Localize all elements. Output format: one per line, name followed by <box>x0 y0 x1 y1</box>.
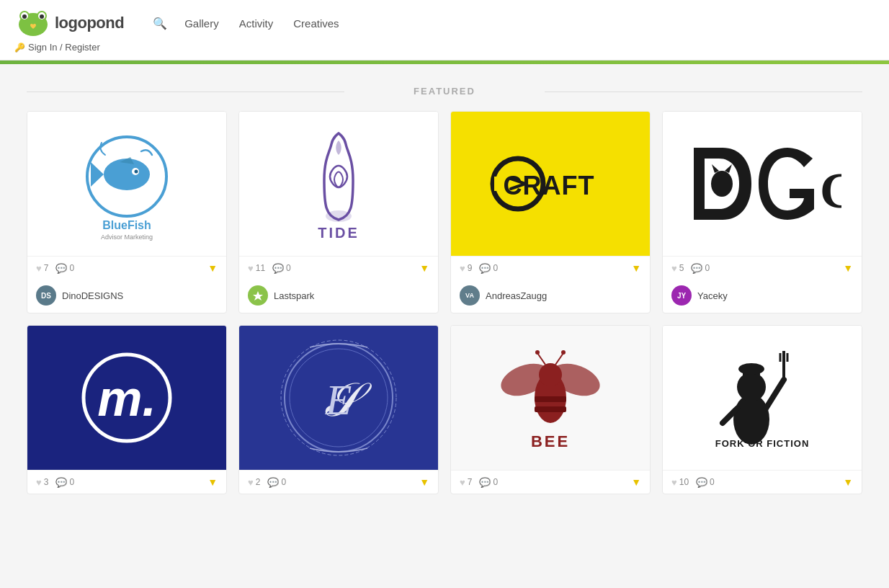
logo-card-m[interactable]: m. ♥ 3 💬 0 ▼ <box>27 325 227 494</box>
bookmark-icon[interactable]: ▼ <box>419 476 429 488</box>
lastspark-icon <box>252 290 264 301</box>
logo-card-craft[interactable]: CRAFT ♥ 9 💬 0 ▼ VA AndreasZa <box>450 111 651 313</box>
svg-point-35 <box>535 350 540 355</box>
nav-activity[interactable]: Activity <box>229 13 284 34</box>
stats-dcg: ♥ 5 💬 0 <box>671 263 710 274</box>
heart-icon: ♥ <box>36 477 42 488</box>
stats-fof: ♥ 10 💬 0 <box>671 477 715 488</box>
heart-icon: ♥ <box>248 263 254 274</box>
svg-point-5 <box>22 14 27 19</box>
nav-gallery[interactable]: Gallery <box>174 13 229 34</box>
card-footer-dcg: ♥ 5 💬 0 ▼ <box>663 256 862 280</box>
svg-text:E: E <box>325 376 352 424</box>
stats-tide: ♥ 11 💬 0 <box>248 263 291 274</box>
logo-card-fof[interactable]: FORK OR FICTION ♥ 10 💬 0 ▼ <box>662 325 862 494</box>
comments-fof: 💬 0 <box>696 477 715 488</box>
author-dcg: JY Yaceky <box>663 280 862 313</box>
bookmark-icon[interactable]: ▼ <box>631 262 641 274</box>
svg-line-36 <box>555 353 563 365</box>
main-nav: 🔍 Gallery Activity Creatives <box>146 12 349 35</box>
bluefish-svg: BlueFish Advisor Marketing <box>62 122 192 245</box>
svg-text:Advisor Marketing: Advisor Marketing <box>101 233 153 241</box>
search-button[interactable]: 🔍 <box>146 12 174 35</box>
card-footer-bee: ♥ 7 💬 0 ▼ <box>451 470 650 494</box>
author-name-tide: Lastspark <box>274 290 314 301</box>
comment-icon: 💬 <box>691 263 702 274</box>
bookmark-icon[interactable]: ▼ <box>207 476 218 488</box>
author-name-craft: AndreasZaugg <box>486 290 547 301</box>
search-icon: 🔍 <box>153 17 167 30</box>
logo-card-bee[interactable]: BEE ♥ 7 💬 0 ▼ <box>450 325 651 494</box>
avatar-bluefish: DS <box>36 285 56 306</box>
author-name-bluefish: DinoDESIGNS <box>62 290 123 301</box>
card-footer-fof: ♥ 10 💬 0 ▼ <box>663 470 862 494</box>
author-bluefish: DS DinoDESIGNS <box>27 280 226 313</box>
logo-text: logopond <box>55 14 124 32</box>
comments-tide: 💬 0 <box>272 263 291 274</box>
card-footer-bluefish: ♥ 7 💬 0 ▼ <box>27 256 226 280</box>
comments-bee: 💬 0 <box>479 477 498 488</box>
card-footer-e: ♥ 2 💬 0 ▼ <box>239 470 438 494</box>
e-svg: 𝒮 E <box>267 329 411 466</box>
svg-point-33 <box>539 363 562 386</box>
card-footer-m: ♥ 3 💬 0 ▼ <box>27 470 226 494</box>
svg-text:BEE: BEE <box>531 432 570 450</box>
bee-svg: BEE <box>478 333 622 463</box>
avatar-craft: VA <box>460 285 480 306</box>
svg-point-8 <box>104 159 150 190</box>
main-content: FEATURED <box>12 64 877 516</box>
svg-text:FORK OR FICTION: FORK OR FICTION <box>715 438 810 449</box>
logo-image-dcg: G <box>663 112 862 256</box>
logo-card-bluefish[interactable]: BlueFish Advisor Marketing ♥ 7 💬 0 ▼ <box>27 111 227 313</box>
heart-icon: ♥ <box>36 263 42 274</box>
site-logo[interactable]: logopond <box>14 9 124 37</box>
comment-icon: 💬 <box>55 477 67 488</box>
site-header: logopond 🔍 Gallery Activity Creatives Si… <box>0 0 889 61</box>
section-title: FEATURED <box>27 86 862 97</box>
tide-svg: TIDE <box>295 122 382 245</box>
comments-m: 💬 0 <box>55 477 74 488</box>
comments-bluefish: 💬 0 <box>55 263 74 274</box>
heart-icon: ♥ <box>671 263 677 274</box>
likes-bluefish: ♥ 7 <box>36 263 48 274</box>
heart-icon: ♥ <box>248 477 254 488</box>
svg-point-13 <box>326 210 352 222</box>
author-name-dcg: Yaceky <box>697 290 728 301</box>
bookmark-icon[interactable]: ▼ <box>843 262 853 274</box>
svg-rect-31 <box>535 396 566 402</box>
logo-grid: BlueFish Advisor Marketing ♥ 7 💬 0 ▼ <box>27 111 862 494</box>
signin-link[interactable]: Sign In / Register <box>14 42 100 53</box>
bookmark-icon[interactable]: ▼ <box>419 262 429 274</box>
svg-rect-32 <box>535 406 566 412</box>
likes-tide: ♥ 11 <box>248 263 265 274</box>
author-craft: VA AndreasZaugg <box>451 280 650 313</box>
heart-icon: ♥ <box>460 477 465 488</box>
bookmark-icon[interactable]: ▼ <box>207 262 218 274</box>
svg-text:G: G <box>820 163 841 218</box>
svg-point-37 <box>561 350 566 355</box>
logo-image-bluefish: BlueFish Advisor Marketing <box>27 112 226 256</box>
logo-card-tide[interactable]: TIDE ♥ 11 💬 0 ▼ <box>238 111 439 313</box>
stats-e: ♥ 2 💬 0 <box>248 477 286 488</box>
svg-line-43 <box>766 380 784 409</box>
nav-creatives[interactable]: Creatives <box>283 13 349 34</box>
svg-text:TIDE: TIDE <box>318 225 359 241</box>
logo-image-bee: BEE <box>451 326 650 470</box>
svg-point-39 <box>733 394 769 445</box>
header-top: logopond 🔍 Gallery Activity Creatives <box>14 0 875 42</box>
stats-m: ♥ 3 💬 0 <box>36 477 74 488</box>
header-bottom: Sign In / Register <box>14 42 875 60</box>
logo-image-e: 𝒮 E <box>239 326 438 470</box>
logo-card-e[interactable]: 𝒮 E ♥ 2 💬 0 ▼ <box>238 325 439 494</box>
bookmark-icon[interactable]: ▼ <box>843 476 853 488</box>
comment-icon: 💬 <box>267 477 279 488</box>
craft-svg: CRAFT <box>464 122 637 245</box>
heart-icon: ♥ <box>671 477 677 488</box>
dcg-svg: G <box>683 137 841 231</box>
comment-icon: 💬 <box>55 263 67 274</box>
svg-line-34 <box>537 353 545 365</box>
logo-icon <box>14 9 52 37</box>
bookmark-icon[interactable]: ▼ <box>631 476 641 488</box>
comments-e: 💬 0 <box>267 477 286 488</box>
logo-card-dcg[interactable]: G ♥ 5 💬 0 ▼ JY Yaceky <box>662 111 862 313</box>
